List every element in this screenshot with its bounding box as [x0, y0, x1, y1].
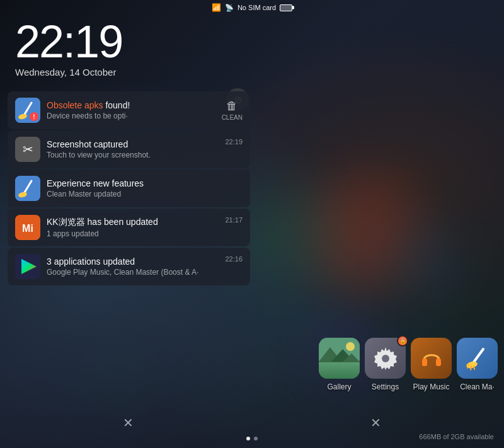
settings-icon-wrapper: 🔒	[365, 338, 406, 379]
svg-text:!: !	[33, 113, 35, 120]
storage-info: 666MB of 2GB available	[419, 433, 494, 440]
notification-screenshot[interactable]: ✂ Screenshot captured Touch to view your…	[8, 130, 250, 168]
close-left-button[interactable]: ✕	[123, 415, 134, 430]
svg-rect-19	[319, 362, 360, 379]
clean-master-icon: !	[15, 98, 40, 123]
notif-apps-subtitle: Google Play Music, Clean Master (Boost &…	[47, 268, 219, 277]
gallery-app[interactable]: Gallery	[319, 338, 360, 391]
notification-kk-browser[interactable]: Mi KK浏览器 has been updated 1 apps updated…	[8, 209, 250, 246]
notif-apps-title: 3 applications updated	[47, 256, 219, 267]
svg-text:✂: ✂	[23, 142, 33, 156]
notif-apk-title: Obsolete apks found!	[47, 100, 215, 110]
notif-kk-title: KK浏览器 has been updated	[47, 217, 219, 228]
gallery-label: Gallery	[327, 382, 351, 391]
settings-badge: 🔒	[397, 335, 408, 347]
signal-icon: 📡	[225, 4, 234, 12]
broom-dock-svg	[466, 347, 490, 370]
play-store-triangle-icon	[15, 254, 40, 279]
battery-icon	[280, 4, 292, 11]
lock-icon: 🔒	[399, 338, 406, 344]
bg-blob-blue	[391, 221, 466, 296]
notif-apk-subtitle: Device needs to be opti·	[47, 112, 215, 120]
close-right-button[interactable]: ✕	[370, 415, 381, 430]
svg-line-28	[471, 366, 471, 370]
notif-kk-subtitle: 1 apps updated	[47, 229, 219, 238]
notif-apk-content: Obsolete apks found! Device needs to be …	[47, 100, 215, 120]
settings-label: Settings	[372, 382, 399, 391]
notif-kk-content: KK浏览器 has been updated 1 apps updated	[47, 217, 219, 238]
notif-cm-update-subtitle: Clean Master updated	[47, 190, 243, 198]
svg-rect-23	[422, 359, 427, 366]
play-music-icon-wrapper	[411, 338, 452, 379]
gear-svg	[373, 346, 398, 371]
clean-master-update-icon	[15, 176, 40, 201]
clock-area: 22:19 Wednesday, 14 October	[15, 19, 122, 78]
notif-apps-time: 22:16	[225, 255, 243, 263]
notification-apps-updated[interactable]: 3 applications updated Google Play Music…	[8, 248, 250, 285]
status-bar-content: 📶 📡 No SIM card	[212, 3, 292, 12]
screenshot-icon: ✂	[15, 137, 40, 162]
svg-rect-24	[436, 359, 441, 366]
notif-apk-action[interactable]: 🗑 CLEAN	[222, 100, 243, 121]
app-dock: Gallery 🔒 Settings	[319, 338, 498, 391]
headphones-svg	[419, 346, 444, 371]
notif-screenshot-subtitle: Touch to view your screenshot.	[47, 151, 219, 159]
page-dot-1	[246, 437, 250, 440]
notif-cm-update-content: Experience new features Clean Master upd…	[47, 178, 243, 198]
svg-text:Mi: Mi	[22, 223, 33, 234]
clean-master-dock-icon	[457, 338, 498, 379]
kk-browser-icon: Mi	[15, 215, 40, 240]
svg-point-22	[382, 355, 389, 362]
status-bar: 📶 📡 No SIM card	[0, 0, 504, 15]
play-music-app[interactable]: Play Music	[411, 338, 452, 391]
notif-screenshot-title: Screenshot captured	[47, 139, 219, 149]
clean-master-dock-app[interactable]: Clean Ma·	[457, 338, 498, 391]
clean-label: CLEAN	[222, 114, 243, 121]
notif-screenshot-time: 22:19	[225, 138, 243, 146]
notif-screenshot-content: Screenshot captured Touch to view your s…	[47, 139, 219, 159]
notification-clean-master-update[interactable]: Experience new features Clean Master upd…	[8, 169, 250, 207]
clock-time: 22:19	[15, 19, 122, 64]
play-music-icon	[411, 338, 452, 379]
clean-master-dock-label: Clean Ma·	[460, 382, 495, 391]
notif-apk-rest: found!	[105, 100, 130, 110]
no-sim-text: No SIM card	[238, 4, 276, 11]
clock-date: Wednesday, 14 October	[15, 67, 122, 78]
notif-kk-time: 21:17	[225, 216, 243, 224]
broom-update-icon	[15, 176, 40, 201]
svg-line-25	[473, 349, 483, 363]
scissors-icon: ✂	[15, 137, 40, 162]
mi-icon: Mi	[15, 215, 40, 240]
notif-cm-update-title: Experience new features	[47, 178, 243, 188]
notif-apk-highlight: Obsolete apks	[47, 100, 103, 110]
wifi-icon: 📶	[212, 3, 221, 12]
trash-icon: 🗑	[226, 100, 238, 113]
play-store-icon	[15, 254, 40, 279]
settings-app[interactable]: 🔒 Settings	[365, 338, 406, 391]
broom-icon: !	[15, 98, 40, 123]
gallery-svg	[319, 338, 360, 379]
notif-apps-content: 3 applications updated Google Play Music…	[47, 256, 219, 277]
gallery-icon	[319, 338, 360, 379]
notification-clean-master-apk[interactable]: ! Obsolete apks found! Device needs to b…	[8, 91, 250, 129]
page-dots	[246, 437, 258, 440]
svg-line-29	[474, 366, 474, 369]
svg-point-20	[346, 342, 355, 351]
clean-master-dock-icon-wrapper	[457, 338, 498, 379]
play-music-label: Play Music	[413, 382, 449, 391]
bg-blob-teal	[94, 347, 145, 398]
gallery-icon-wrapper	[319, 338, 360, 379]
notification-panel: ! Obsolete apks found! Device needs to b…	[8, 91, 250, 285]
page-dot-2	[254, 437, 258, 440]
